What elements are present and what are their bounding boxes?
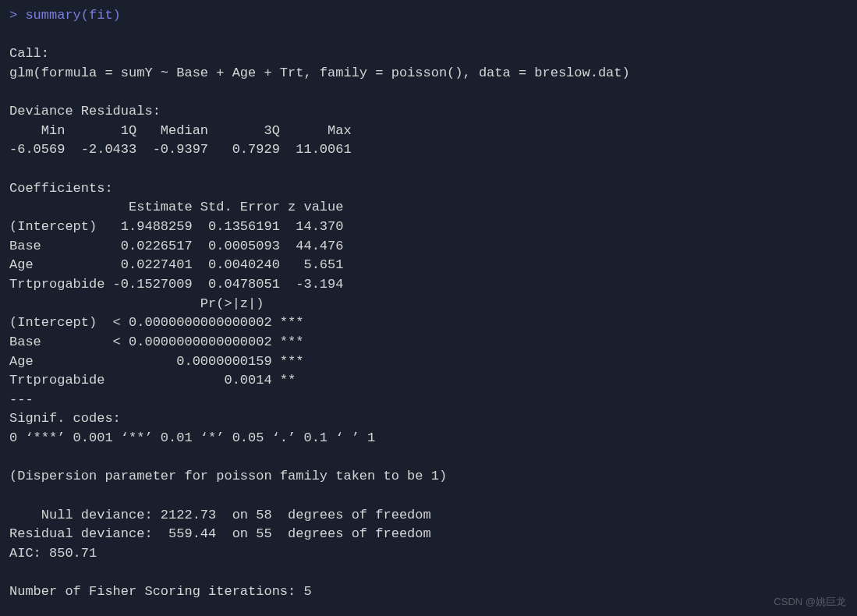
watermark-text: CSDN @姚巨龙 xyxy=(774,595,846,610)
residual-deviance-line: Residual deviance: 559.44 on 55 degrees … xyxy=(9,526,431,541)
coef-age-pvalue: Age 0.0000000159 *** xyxy=(9,354,303,369)
call-header: Call: xyxy=(9,46,49,61)
dev-res-values: -6.0569 -2.0433 -0.9397 0.7929 11.0061 xyxy=(9,142,367,157)
aic-line: AIC: 850.71 xyxy=(9,546,97,561)
coef-columns-1: Estimate Std. Error z value xyxy=(9,200,343,214)
coef-base-pvalue: Base < 0.0000000000000002 *** xyxy=(9,335,303,349)
console-output: > summary(fit) Call: glm(formula = sumY … xyxy=(9,6,848,602)
signif-codes-header: Signif. codes: xyxy=(9,411,136,426)
dev-res-header: Deviance Residuals: xyxy=(9,104,168,119)
coef-columns-2: Pr(>|z|) xyxy=(9,296,296,311)
separator-dashes: --- xyxy=(9,392,34,407)
coef-trt-row: Trtprogabide -0.1527009 0.0478051 -3.194 xyxy=(9,277,343,292)
coef-base-row: Base 0.0226517 0.0005093 44.476 xyxy=(9,239,343,253)
dev-res-columns: Min 1Q Median 3Q Max xyxy=(9,123,367,138)
coef-intercept-pvalue: (Intercept) < 0.0000000000000002 *** xyxy=(9,315,303,330)
coefficients-header: Coefficients: xyxy=(9,181,113,196)
coef-intercept-row: (Intercept) 1.9488259 0.1356191 14.370 xyxy=(9,219,343,234)
command-text: summary(fit) xyxy=(25,8,120,23)
dispersion-line: (Dispersion parameter for poisson family… xyxy=(9,469,447,483)
null-deviance-line: Null deviance: 2122.73 on 58 degrees of … xyxy=(9,508,431,522)
coef-age-row: Age 0.0227401 0.0040240 5.651 xyxy=(9,257,343,272)
call-formula: glm(formula = sumY ~ Base + Age + Trt, f… xyxy=(9,65,630,80)
signif-codes-line: 0 ‘***’ 0.001 ‘**’ 0.01 ‘*’ 0.05 ‘.’ 0.1… xyxy=(9,430,375,445)
coef-trt-pvalue: Trtprogabide 0.0014 ** xyxy=(9,373,303,388)
prompt-symbol: > xyxy=(9,8,25,23)
fisher-iterations-line: Number of Fisher Scoring iterations: 5 xyxy=(9,584,312,599)
